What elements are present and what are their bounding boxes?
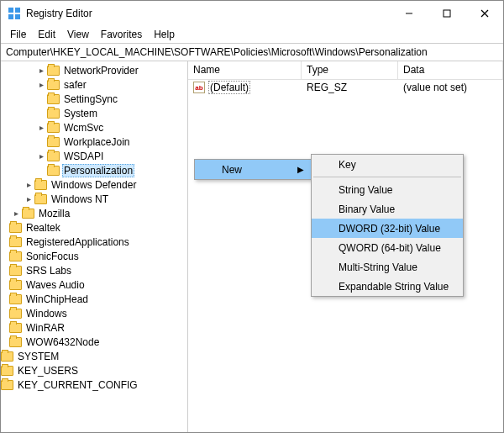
column-type[interactable]: Type [302,61,398,79]
tree-node[interactable]: SRS Labs [1,263,187,277]
tree-node[interactable]: Windows [1,306,187,320]
folder-icon [47,66,60,76]
folder-icon [34,180,47,190]
menu-view[interactable]: View [61,27,95,42]
svg-rect-3 [15,14,20,19]
folder-icon [47,108,60,119]
column-data[interactable]: Data [398,61,503,79]
menu-edit[interactable]: Edit [32,27,61,42]
folder-icon [47,166,60,176]
submenu-string[interactable]: String Value [312,180,463,199]
app-icon [8,7,21,20]
menu-help[interactable]: Help [148,27,181,42]
tree-node[interactable]: SettingSync [1,92,187,106]
tree-node[interactable]: SYSTEM [1,349,187,363]
context-item-new[interactable]: New ▶ [195,160,311,179]
folder-icon [22,209,34,219]
submenu-binary[interactable]: Binary Value [312,199,463,219]
tree-node[interactable]: ▸Windows NT [1,192,187,206]
tree-node[interactable]: ▸safer [1,77,187,92]
tree-node[interactable]: System [1,106,187,120]
tree-node[interactable]: Waves Audio [1,277,187,292]
chevron-right-icon[interactable]: ▸ [24,194,34,203]
tree-node[interactable]: SonicFocus [1,249,187,263]
folder-icon [9,323,22,333]
folder-icon [1,366,13,376]
tree-node[interactable]: ▸WSDAPI [1,149,187,163]
folder-icon [47,94,60,104]
tree-view[interactable]: ▸NetworkProvider ▸safer SettingSync Syst… [1,61,188,432]
folder-icon [47,80,60,90]
tree-node[interactable]: ▸WcmSvc [1,120,187,135]
folder-icon [9,280,22,290]
tree-node[interactable]: KEY_USERS [1,363,187,378]
chevron-right-icon[interactable]: ▸ [36,123,47,132]
folder-icon [47,137,60,147]
maximize-button[interactable] [428,1,465,26]
chevron-right-icon[interactable]: ▸ [36,151,47,161]
address-text: Computer\HKEY_LOCAL_MACHINE\SOFTWARE\Pol… [6,46,428,58]
folder-icon [9,237,22,247]
column-headers: Name Type Data [188,61,503,80]
folder-icon [9,309,22,319]
value-name: (Default) [208,81,250,94]
folder-icon [9,223,22,233]
chevron-right-icon: ▶ [297,165,304,174]
value-row[interactable]: ab (Default) REG_SZ (value not set) [188,80,503,95]
submenu-qword[interactable]: QWORD (64-bit) Value [312,238,463,257]
menubar: File Edit View Favorites Help [1,26,503,43]
svg-rect-5 [444,10,450,17]
value-data: (value not set) [398,82,503,93]
minimize-button[interactable] [390,1,428,26]
window-title: Registry Editor [26,8,92,19]
menu-favorites[interactable]: Favorites [95,27,148,42]
context-label: New [222,164,242,176]
tree-node[interactable]: WinChipHead [1,292,187,306]
chevron-right-icon[interactable]: ▸ [11,209,22,218]
folder-icon [1,351,13,362]
chevron-right-icon[interactable]: ▸ [36,66,47,75]
tree-node[interactable]: RegisteredApplications [1,235,187,249]
menu-file[interactable]: File [4,27,32,42]
folder-icon [1,380,13,390]
chevron-right-icon[interactable]: ▸ [24,180,34,189]
chevron-right-icon[interactable]: ▸ [36,80,47,89]
folder-icon [34,194,47,204]
submenu-multistring[interactable]: Multi-String Value [312,257,463,277]
submenu-expandstring[interactable]: Expandable String Value [312,277,463,296]
titlebar: Registry Editor [1,1,503,26]
tree-node[interactable]: ▸Mozilla [1,206,187,220]
close-button[interactable] [465,1,503,26]
tree-node[interactable]: KEY_CURRENT_CONFIG [1,378,187,392]
tree-node[interactable]: WinRAR [1,320,187,335]
value-type: REG_SZ [302,82,398,93]
folder-icon [9,294,22,304]
tree-node[interactable]: WorkplaceJoin [1,135,187,149]
svg-rect-0 [8,8,13,13]
tree-node[interactable]: WOW6432Node [1,335,187,349]
tree-node[interactable]: ▸NetworkProvider [1,63,187,77]
separator [313,177,461,177]
folder-icon [47,123,60,133]
string-value-icon: ab [193,82,205,93]
column-name[interactable]: Name [188,61,302,79]
address-bar[interactable]: Computer\HKEY_LOCAL_MACHINE\SOFTWARE\Pol… [1,43,503,61]
submenu-key[interactable]: Key [312,155,463,174]
folder-icon [9,266,22,276]
folder-icon [47,151,60,161]
svg-rect-2 [8,14,13,19]
folder-icon [9,251,22,261]
tree-node[interactable]: ▸Windows Defender [1,177,187,192]
context-submenu: Key String Value Binary Value DWORD (32-… [311,154,464,297]
submenu-dword[interactable]: DWORD (32-bit) Value [312,219,463,238]
context-menu: New ▶ [194,159,312,180]
tree-node-selected[interactable]: Personalization [1,163,187,177]
tree-node[interactable]: Realtek [1,220,187,235]
svg-rect-1 [15,8,20,13]
folder-icon [9,337,22,347]
